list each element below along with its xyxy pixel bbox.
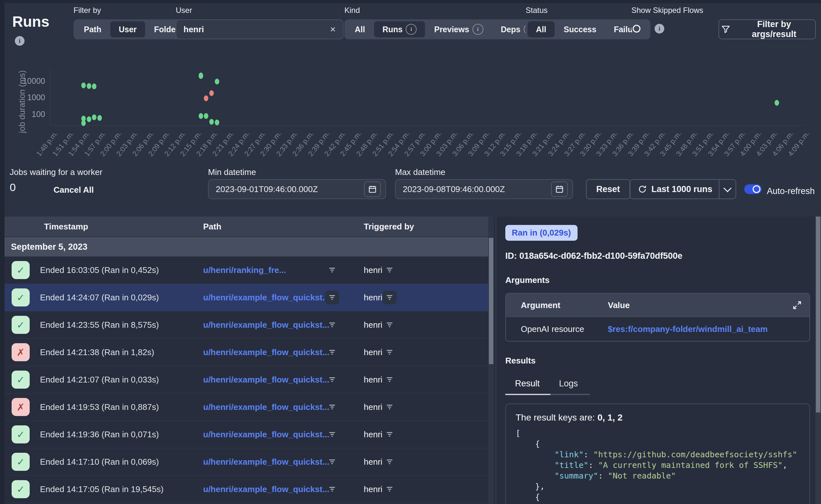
- row-path-link[interactable]: u/henri/example_flow_quickst...: [203, 421, 329, 448]
- calendar-button[interactable]: [551, 181, 568, 197]
- value-column: Value: [608, 300, 809, 310]
- scrollbar-thumb[interactable]: [816, 217, 820, 412]
- filter-lines-icon: [328, 321, 336, 329]
- tab-underline: [505, 394, 590, 395]
- cancel-all-button[interactable]: Cancel All: [54, 185, 94, 195]
- table-row[interactable]: ✓ Ended 14:23:55 (Ran in 8,575s) u/henri…: [0, 311, 488, 339]
- user-filter-input[interactable]: henri ×: [176, 19, 343, 39]
- results-heading: Results: [505, 356, 816, 366]
- kind-segmented: AllRunsiPreviewsiDepsi: [344, 19, 545, 39]
- row-path-link[interactable]: u/henri/example_flow_quickst...: [203, 311, 329, 338]
- filter-by-user-button[interactable]: [382, 482, 396, 496]
- table-row[interactable]: ✗ Ended 14:19:53 (Ran in 0,887s) u/henri…: [0, 393, 488, 421]
- max-datetime-input[interactable]: 2023-09-08T09:46:00.000Z: [395, 179, 573, 199]
- segment-option-success[interactable]: Success: [555, 21, 605, 37]
- row-path-link[interactable]: u/henri/example_flow_quickst...: [203, 476, 329, 503]
- segment-option-previews[interactable]: Previewsi: [426, 21, 492, 37]
- tab-logs[interactable]: Logs: [550, 379, 588, 394]
- row-path-link[interactable]: u/henri/example_flow_quickst...: [203, 448, 329, 475]
- row-triggered-by: henri: [364, 257, 382, 284]
- table-row[interactable]: ✓ Ended 14:17:10 (Ran in 0,069s) u/henri…: [0, 448, 488, 476]
- filter-by-user-button[interactable]: [382, 428, 396, 441]
- row-path-link[interactable]: u/henri/example_flow_quickst...: [203, 284, 329, 311]
- filter-by-path-button[interactable]: [325, 291, 339, 304]
- filter-by-user-button[interactable]: [382, 455, 396, 469]
- filter-lines-icon: [385, 321, 394, 329]
- scatter-point-success[interactable]: [215, 120, 219, 125]
- scatter-point-success[interactable]: [775, 100, 779, 106]
- column-triggered-by[interactable]: Triggered by: [364, 217, 414, 237]
- filter-lines-icon: [328, 375, 336, 384]
- scatter-point-failure[interactable]: [209, 90, 214, 96]
- runs-count-label: Last 1000 runs: [651, 184, 712, 194]
- auto-refresh-toggle[interactable]: [744, 184, 762, 194]
- filter-by-path-button[interactable]: [325, 373, 339, 386]
- clear-icon[interactable]: ×: [330, 24, 336, 34]
- scatter-point-success[interactable]: [87, 116, 91, 122]
- segment-option-all[interactable]: All: [346, 21, 373, 37]
- scatter-point-success[interactable]: [87, 83, 91, 89]
- scrollbar-thumb[interactable]: [489, 238, 494, 364]
- filter-by-user-button[interactable]: [382, 263, 396, 277]
- column-path[interactable]: Path: [203, 217, 221, 237]
- filter-by-path-button[interactable]: [325, 455, 339, 469]
- segment-option-label: All: [355, 25, 365, 34]
- show-skipped-info-icon[interactable]: i: [655, 24, 664, 34]
- table-scrollbar[interactable]: [488, 217, 494, 504]
- reset-button[interactable]: Reset: [586, 179, 630, 199]
- filter-by-path-button[interactable]: [325, 428, 339, 441]
- column-timestamp[interactable]: Timestamp: [39, 217, 93, 237]
- filter-by-user-button[interactable]: [382, 345, 396, 359]
- arguments-table: Argument Value OpenAI resource $res:f/co…: [505, 293, 810, 342]
- runs-info-icon[interactable]: i: [15, 36, 24, 46]
- scatter-point-success[interactable]: [81, 82, 86, 88]
- filter-by-user-button[interactable]: [382, 400, 396, 414]
- row-path-link[interactable]: u/henri/example_flow_quickst...: [203, 393, 329, 421]
- result-json: [ { "link": "https://github.com/deadbeef…: [516, 428, 807, 504]
- filter-by-path-button[interactable]: [325, 318, 339, 332]
- status-label: Status: [526, 6, 548, 15]
- segment-option-label: All: [536, 25, 546, 34]
- row-path-link[interactable]: u/henri/ranking_fre...: [203, 257, 286, 284]
- filter-by-user-button[interactable]: [382, 318, 396, 332]
- tab-result[interactable]: Result: [505, 379, 550, 394]
- scatter-point-success[interactable]: [199, 113, 203, 119]
- scatter-point-success[interactable]: [97, 115, 102, 121]
- row-path-link[interactable]: u/henri/example_flow_quickst...: [203, 366, 329, 393]
- table-row[interactable]: ✗ Ended 14:21:38 (Ran in 1,82s) u/henri/…: [0, 339, 488, 366]
- filter-by-path-button[interactable]: [325, 400, 339, 414]
- segment-option-user[interactable]: User: [110, 21, 145, 37]
- calendar-button[interactable]: [364, 181, 381, 197]
- filter-by-user-button[interactable]: [382, 291, 396, 304]
- expand-button[interactable]: [792, 300, 802, 310]
- detail-scrollbar[interactable]: [815, 217, 821, 504]
- filter-by-path-button[interactable]: [325, 263, 339, 277]
- runs-count-dropdown[interactable]: [719, 180, 736, 199]
- table-row[interactable]: ✓ Ended 14:17:05 (Ran in 19,545s) u/henr…: [0, 476, 488, 503]
- min-datetime-input[interactable]: 2023-09-01T09:46:00.000Z: [208, 179, 386, 199]
- result-viewer[interactable]: The result keys are: 0, 1, 2 [ { "link":…: [505, 403, 810, 504]
- scatter-point-success[interactable]: [215, 79, 219, 84]
- row-timestamp: Ended 14:23:55 (Ran in 8,575s): [40, 311, 159, 338]
- table-row[interactable]: ✓ Ended 14:19:36 (Ran in 0,071s) u/henri…: [0, 421, 488, 448]
- filter-args-button[interactable]: Filter by args/result: [718, 19, 816, 39]
- filter-by-user-button[interactable]: [382, 373, 396, 386]
- row-triggered-by: henri: [364, 339, 382, 366]
- toggle-knob: [633, 25, 640, 33]
- table-row[interactable]: ✓ Ended 16:03:05 (Ran in 0,452s) u/henri…: [0, 257, 488, 284]
- row-path-link[interactable]: u/henri/example_flow_quickst...: [203, 339, 329, 366]
- segment-option-runs[interactable]: Runsi: [374, 21, 425, 37]
- show-skipped-toggle[interactable]: [631, 24, 649, 34]
- status-icon: ✓: [12, 288, 30, 306]
- row-timestamp: Ended 14:21:07 (Ran in 0,033s): [40, 366, 159, 393]
- segment-option-path[interactable]: Path: [75, 21, 110, 37]
- segment-option-all[interactable]: All: [528, 21, 555, 37]
- scatter-point-success[interactable]: [199, 73, 203, 79]
- table-row[interactable]: ✓ Ended 14:24:07 (Ran in 0,029s) u/henri…: [0, 284, 488, 311]
- runs-count-select[interactable]: Last 1000 runs: [630, 179, 736, 199]
- filter-by-path-button[interactable]: [325, 482, 339, 496]
- argument-value-link[interactable]: $res:f/company-folder/windmill_ai_team: [608, 324, 809, 334]
- runs-page: Runs i Filter by PathUserFolder User hen…: [0, 0, 821, 504]
- filter-by-path-button[interactable]: [325, 345, 339, 359]
- table-row[interactable]: ✓ Ended 14:21:07 (Ran in 0,033s) u/henri…: [0, 366, 488, 393]
